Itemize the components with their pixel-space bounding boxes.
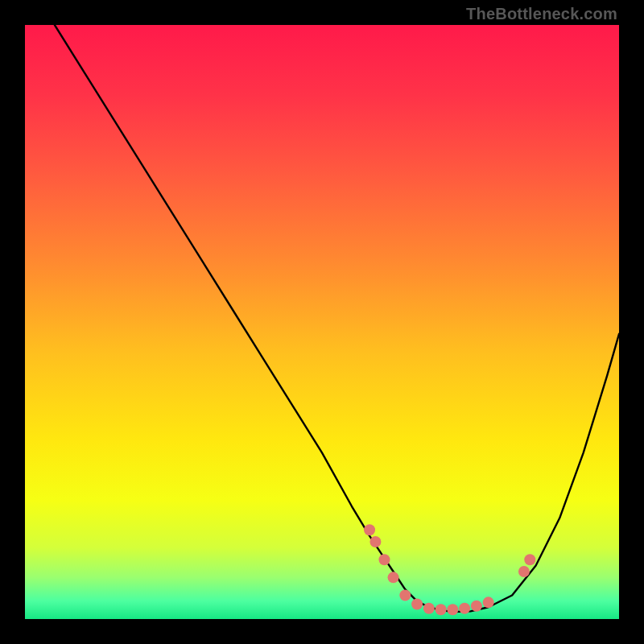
marker-point xyxy=(388,572,399,583)
marker-point xyxy=(459,603,470,614)
highlight-markers xyxy=(364,524,535,615)
marker-point xyxy=(364,524,375,535)
chart-frame: TheBottleneck.com xyxy=(0,0,644,644)
marker-point xyxy=(369,536,381,547)
marker-point xyxy=(378,554,390,565)
marker-point xyxy=(483,597,494,608)
plot-area xyxy=(25,25,619,619)
marker-point xyxy=(436,604,447,615)
marker-point xyxy=(471,601,482,612)
curve-layer xyxy=(25,25,619,619)
marker-point xyxy=(399,589,411,601)
marker-point xyxy=(518,566,530,577)
marker-point xyxy=(423,603,435,614)
bottleneck-curve xyxy=(55,25,619,612)
attribution-text: TheBottleneck.com xyxy=(466,5,617,23)
marker-point xyxy=(447,604,458,615)
marker-point xyxy=(524,554,535,565)
marker-point xyxy=(411,599,423,610)
